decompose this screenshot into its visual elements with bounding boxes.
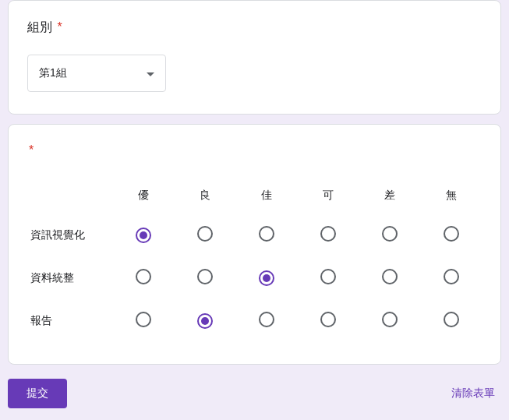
grid-row-label: 資訊視覺化 bbox=[27, 214, 113, 256]
grid-row-label: 報告 bbox=[27, 299, 113, 342]
grid-row: 資料統整 bbox=[27, 256, 482, 299]
grid-cell bbox=[113, 299, 175, 342]
required-asterisk: * bbox=[57, 20, 62, 34]
grid-row-label: 資料統整 bbox=[27, 256, 113, 299]
radio-option[interactable] bbox=[197, 269, 213, 284]
radio-option[interactable] bbox=[382, 226, 398, 242]
grid-col-header: 良 bbox=[175, 176, 236, 214]
grid-cell bbox=[297, 299, 359, 342]
grid-cell bbox=[175, 299, 236, 342]
radio-option[interactable] bbox=[136, 269, 151, 284]
question-text: 組別 bbox=[27, 20, 52, 34]
required-asterisk: * bbox=[29, 143, 34, 157]
grid-cell bbox=[113, 256, 175, 299]
radio-option[interactable] bbox=[136, 228, 151, 243]
radio-option[interactable] bbox=[259, 270, 274, 286]
grid-cell bbox=[420, 256, 482, 299]
grid-cell bbox=[359, 256, 420, 299]
grid-col-header: 差 bbox=[359, 176, 420, 214]
chevron-down-icon bbox=[147, 67, 154, 79]
radio-option[interactable] bbox=[320, 312, 336, 327]
grid-cell bbox=[236, 256, 298, 299]
question-label: 組別 * bbox=[27, 19, 482, 36]
grid-cell bbox=[297, 256, 359, 299]
radio-option[interactable] bbox=[382, 312, 398, 327]
radio-option[interactable] bbox=[444, 269, 459, 284]
grid-cell bbox=[236, 214, 298, 256]
grid-col-header: 優 bbox=[113, 176, 175, 214]
grid-cell bbox=[297, 214, 359, 256]
radio-dot bbox=[140, 231, 147, 239]
grid-cell bbox=[359, 299, 420, 342]
grid-col-header: 佳 bbox=[236, 176, 298, 214]
grid-col-header: 無 bbox=[420, 176, 482, 214]
radio-option[interactable] bbox=[320, 226, 336, 242]
grid-cell bbox=[359, 214, 420, 256]
radio-option[interactable] bbox=[259, 226, 274, 242]
grid-cell bbox=[236, 299, 298, 342]
radio-option[interactable] bbox=[444, 226, 459, 242]
grid-cell bbox=[113, 214, 175, 256]
radio-dot bbox=[263, 274, 270, 282]
grid-row: 資訊視覺化 bbox=[27, 214, 482, 256]
grid-cell bbox=[420, 299, 482, 342]
question-card-group: 組別 * 第1組 bbox=[8, 0, 501, 115]
question-label: * bbox=[27, 143, 482, 157]
radio-option[interactable] bbox=[320, 269, 336, 284]
radio-option[interactable] bbox=[382, 269, 398, 284]
group-selected-value: 第1組 bbox=[39, 66, 67, 80]
grid-cell bbox=[175, 256, 236, 299]
grid-cell bbox=[175, 214, 236, 256]
radio-option[interactable] bbox=[197, 226, 213, 242]
radio-dot bbox=[201, 317, 209, 325]
grid-corner bbox=[27, 176, 113, 214]
radio-option[interactable] bbox=[136, 312, 151, 327]
grid-col-header: 可 bbox=[297, 176, 359, 214]
rating-grid: 優 良 佳 可 差 無 資訊視覺化資料統整報告 bbox=[27, 176, 482, 342]
radio-option[interactable] bbox=[259, 312, 274, 327]
form-footer: 提交 清除表單 bbox=[8, 374, 501, 408]
group-select[interactable]: 第1組 bbox=[27, 55, 166, 92]
submit-button[interactable]: 提交 bbox=[8, 379, 67, 408]
radio-option[interactable] bbox=[444, 312, 459, 327]
grid-cell bbox=[420, 214, 482, 256]
question-card-rating: * 優 良 佳 可 差 無 資訊視覺化資料統整報告 bbox=[8, 124, 501, 365]
grid-row: 報告 bbox=[27, 299, 482, 342]
radio-option[interactable] bbox=[197, 313, 213, 329]
clear-form-link[interactable]: 清除表單 bbox=[445, 380, 501, 407]
